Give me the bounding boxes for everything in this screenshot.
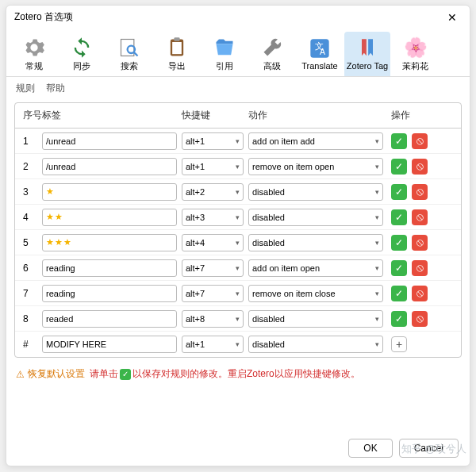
star-icon: ★ — [63, 237, 71, 248]
delete-button[interactable]: ⦸ — [412, 133, 428, 149]
col-tag: 标签 — [42, 109, 182, 122]
hotkey-select[interactable]: alt+2▾ — [182, 183, 244, 201]
restore-defaults-link[interactable]: ⚠ 恢复默认设置 — [16, 367, 85, 381]
confirm-button[interactable]: ✓ — [391, 311, 407, 327]
delete-button[interactable]: ⦸ — [412, 260, 428, 276]
delete-button[interactable]: ⦸ — [412, 209, 428, 225]
hotkey-select[interactable]: alt+8▾ — [182, 310, 244, 328]
action-select[interactable]: disabled▾ — [248, 234, 383, 251]
table-row: 1alt+1▾add on item add▾✓⦸ — [15, 129, 461, 154]
action-select[interactable]: add on item add▾ — [248, 132, 383, 150]
subtabs: 规则 帮助 — [6, 77, 470, 99]
action-select[interactable]: disabled▾ — [248, 310, 383, 328]
rules-table: 序号 标签 快捷键 动作 操作 1alt+1▾add on item add▾✓… — [14, 102, 462, 358]
tag-input[interactable] — [42, 336, 177, 353]
warning-icon: ⚠ — [16, 369, 25, 380]
hotkey-select[interactable]: alt+7▾ — [182, 285, 244, 302]
star-icon: ★ — [55, 237, 63, 248]
confirm-button[interactable]: ✓ — [391, 209, 407, 225]
ok-button[interactable]: OK — [348, 439, 392, 458]
confirm-button[interactable]: ✓ — [391, 286, 407, 301]
tag-input[interactable] — [42, 132, 177, 150]
chevron-down-icon: ▾ — [236, 213, 240, 221]
confirm-button[interactable]: ✓ — [391, 260, 407, 276]
tool-sync[interactable]: 同步 — [59, 32, 105, 76]
row-seq: 2 — [18, 161, 42, 172]
delete-button[interactable]: ⦸ — [412, 235, 428, 251]
tab-help[interactable]: 帮助 — [46, 82, 65, 95]
table-row: 5★★★alt+4▾disabled▾✓⦸ — [15, 230, 461, 255]
tab-rules[interactable]: 规则 — [16, 82, 35, 95]
tag-input[interactable] — [42, 285, 177, 302]
hotkey-select[interactable]: alt+3▾ — [182, 209, 244, 226]
row-seq: 6 — [18, 263, 42, 274]
tool-search[interactable]: 搜索 — [106, 32, 152, 76]
action-select[interactable]: remove on item open▾ — [248, 158, 383, 175]
hotkey-select[interactable]: alt+4▾ — [182, 234, 244, 251]
tool-folder[interactable]: 引用 — [202, 32, 248, 76]
hint-bar: ⚠ 恢复默认设置 请单击 ✓ 以保存对规则的修改。重启Zotero以应用快捷键修… — [6, 361, 470, 387]
chevron-down-icon: ▾ — [375, 137, 379, 145]
confirm-button[interactable]: ✓ — [391, 159, 407, 175]
col-ops: 操作 — [388, 109, 436, 122]
chevron-down-icon: ▾ — [236, 188, 240, 196]
hotkey-select[interactable]: alt+1▾ — [182, 132, 244, 150]
chevron-down-icon: ▾ — [236, 290, 240, 297]
col-seq: 序号 — [18, 109, 42, 122]
chevron-down-icon: ▾ — [375, 315, 379, 323]
chevron-down-icon: ▾ — [236, 315, 240, 323]
row-seq: # — [18, 339, 42, 350]
add-rule-button[interactable]: + — [391, 336, 407, 352]
hint-message: 请单击 ✓ 以保存对规则的修改。重启Zotero以应用快捷键修改。 — [90, 367, 360, 381]
tool-flower[interactable]: 🌸茉莉花 — [392, 32, 438, 76]
tag-input[interactable]: ★★★ — [42, 234, 177, 251]
confirm-button[interactable]: ✓ — [391, 235, 407, 251]
action-select[interactable]: disabled▾ — [248, 209, 383, 226]
row-seq: 5 — [18, 237, 42, 248]
chevron-down-icon: ▾ — [236, 239, 240, 247]
tool-gear[interactable]: 常规 — [11, 32, 57, 76]
action-select[interactable]: disabled▾ — [248, 183, 383, 201]
chevron-down-icon: ▾ — [375, 188, 379, 196]
tool-wrench[interactable]: 高级 — [249, 32, 295, 76]
table-row: 4★★alt+3▾disabled▾✓⦸ — [15, 205, 461, 230]
hotkey-select[interactable]: alt+1▾ — [182, 158, 244, 175]
table-row: 6alt+7▾add on item open▾✓⦸ — [15, 255, 461, 281]
action-select[interactable]: disabled▾ — [248, 336, 383, 353]
tool-translate[interactable]: 文ATranslate — [297, 32, 343, 76]
star-icon: ★ — [46, 186, 54, 197]
tool-clipboard[interactable]: 导出 — [154, 32, 200, 76]
confirm-button[interactable]: ✓ — [391, 133, 407, 149]
row-seq: 4 — [18, 212, 42, 223]
delete-button[interactable]: ⦸ — [412, 286, 428, 301]
tag-input[interactable] — [42, 310, 177, 328]
row-seq: 1 — [18, 136, 42, 147]
chevron-down-icon: ▾ — [236, 264, 240, 272]
delete-button[interactable]: ⦸ — [412, 159, 428, 175]
confirm-button[interactable]: ✓ — [391, 184, 407, 200]
col-hot: 快捷键 — [182, 109, 248, 122]
chevron-down-icon: ▾ — [236, 163, 240, 171]
tool-bookmark[interactable]: Zotero Tag — [344, 32, 390, 76]
check-icon: ✓ — [120, 369, 131, 380]
cancel-button[interactable]: Cancel — [399, 439, 459, 458]
delete-button[interactable]: ⦸ — [412, 311, 428, 327]
hotkey-select[interactable]: alt+7▾ — [182, 259, 244, 277]
tag-input[interactable] — [42, 158, 177, 175]
table-row: #alt+1▾disabled▾+ — [15, 332, 461, 357]
preferences-window: Zotero 首选项 ✕ 常规同步搜索导出引用高级文ATranslateZote… — [6, 5, 470, 466]
row-seq: 7 — [18, 288, 42, 299]
svg-rect-5 — [175, 37, 180, 41]
table-row: 8alt+8▾disabled▾✓⦸ — [15, 306, 461, 332]
close-icon[interactable]: ✕ — [443, 11, 462, 24]
tag-input[interactable]: ★ — [42, 183, 177, 201]
hotkey-select[interactable]: alt+1▾ — [182, 336, 244, 353]
action-select[interactable]: remove on item close▾ — [248, 285, 383, 302]
chevron-down-icon: ▾ — [375, 290, 379, 297]
row-seq: 3 — [18, 186, 42, 198]
tag-input[interactable]: ★★ — [42, 209, 177, 226]
tag-input[interactable] — [42, 259, 177, 277]
delete-button[interactable]: ⦸ — [412, 184, 428, 200]
svg-line-2 — [134, 52, 138, 56]
action-select[interactable]: add on item open▾ — [248, 259, 383, 277]
